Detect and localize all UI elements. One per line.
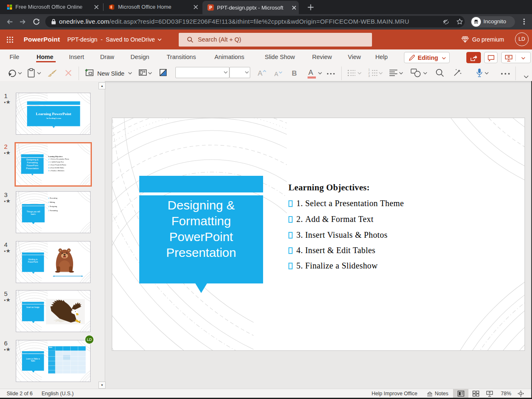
svg-text:A: A: [274, 71, 278, 77]
svg-text:P: P: [209, 5, 212, 10]
svg-text:A: A: [258, 69, 263, 77]
